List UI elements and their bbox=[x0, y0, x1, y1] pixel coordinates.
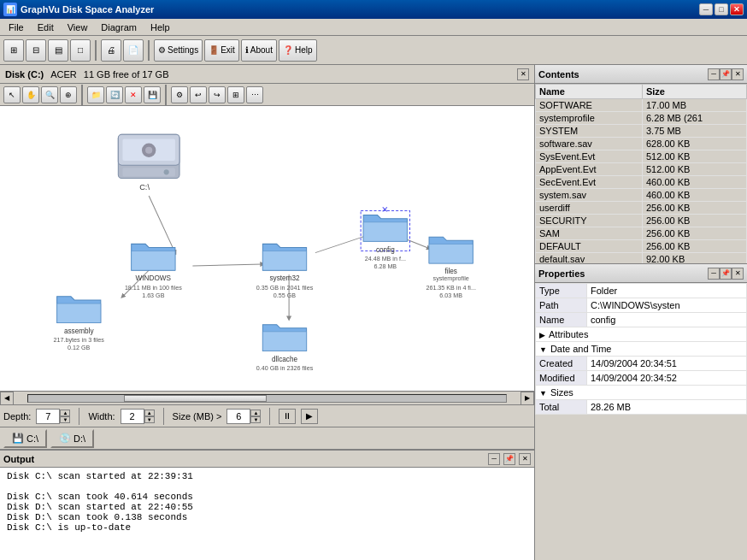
svg-text:system32: system32 bbox=[269, 274, 299, 282]
width-input[interactable] bbox=[121, 409, 144, 424]
drive-c-icon: 💾 bbox=[12, 433, 24, 444]
contents-col-size[interactable]: Size bbox=[642, 85, 746, 99]
table-row[interactable]: SAM256.00 KB bbox=[536, 227, 747, 240]
menu-edit[interactable]: Edit bbox=[31, 21, 61, 34]
depth-spinner[interactable]: ▲ ▼ bbox=[36, 409, 70, 424]
drive-bar: 💾 C:\ 💿 D:\ bbox=[0, 427, 534, 449]
contents-cell-size: 92.00 KB bbox=[642, 253, 746, 264]
props-row: Nameconfig bbox=[536, 313, 747, 327]
width-spinner[interactable]: ▲ ▼ bbox=[121, 409, 155, 424]
minimize-button[interactable]: ─ bbox=[699, 3, 713, 15]
drive-d-button[interactable]: 💿 D:\ bbox=[50, 429, 94, 448]
svg-text:18.11 MB in 100 files: 18.11 MB in 100 files bbox=[125, 285, 182, 292]
toolbar-view4[interactable]: □ bbox=[70, 39, 91, 62]
depth-input[interactable] bbox=[36, 409, 60, 424]
horizontal-scrollbar[interactable]: ◀ ▶ bbox=[0, 391, 534, 404]
graph-tool4[interactable]: ⊕ bbox=[60, 86, 77, 103]
graph-tool2[interactable]: ✋ bbox=[22, 86, 39, 103]
props-group-row[interactable]: ▼Date and Time bbox=[536, 342, 747, 357]
depth-up[interactable]: ▲ bbox=[60, 410, 70, 416]
output-close[interactable]: ✕ bbox=[519, 453, 531, 465]
props-close[interactable]: ✕ bbox=[732, 268, 744, 280]
graph-undo[interactable]: ↩ bbox=[190, 86, 207, 103]
settings-button[interactable]: ⚙ Settings bbox=[154, 39, 203, 62]
props-group-row[interactable]: ▼Sizes bbox=[536, 386, 747, 400]
props-group-row[interactable]: ▶Attributes bbox=[536, 327, 747, 342]
node-config[interactable]: config 24.48 MB in f... 6.28 MB bbox=[361, 210, 409, 270]
pause-button[interactable]: ⏸ bbox=[279, 409, 296, 424]
graph-redo[interactable]: ↪ bbox=[209, 86, 226, 103]
graph-layout[interactable]: ⊞ bbox=[227, 86, 244, 103]
table-row[interactable]: SECURITY256.00 KB bbox=[536, 215, 747, 227]
contents-pin[interactable]: 📌 bbox=[720, 68, 732, 80]
close-button[interactable]: ✕ bbox=[730, 3, 744, 15]
play-button[interactable]: ▶ bbox=[301, 409, 318, 424]
table-row[interactable]: userdiff256.00 KB bbox=[536, 202, 747, 215]
disk-panel-close[interactable]: ✕ bbox=[517, 68, 529, 80]
svg-text:config: config bbox=[376, 246, 395, 254]
size-spinner[interactable]: ▲ ▼ bbox=[226, 409, 261, 424]
scroll-track[interactable] bbox=[27, 394, 507, 403]
table-row[interactable]: default.sav92.00 KB bbox=[536, 253, 747, 264]
table-row[interactable]: systemprofile6.28 MB (261 bbox=[536, 112, 747, 125]
graph-scan[interactable]: 📁 bbox=[87, 86, 104, 103]
table-row[interactable]: SYSTEM3.75 MB bbox=[536, 125, 747, 138]
contents-minimize[interactable]: ─ bbox=[708, 68, 720, 80]
table-row[interactable]: AppEvent.Evt512.00 KB bbox=[536, 163, 747, 176]
drive-c-button[interactable]: 💾 C:\ bbox=[3, 429, 47, 448]
node-dllcache[interactable]: dllcache 0.40 GB in 2326 files bbox=[256, 325, 314, 372]
size-input[interactable] bbox=[226, 409, 250, 424]
graph-tool3[interactable]: 🔍 bbox=[41, 86, 58, 103]
toolbar-print[interactable]: 🖨 bbox=[101, 39, 121, 62]
graph-stop[interactable]: ✕ bbox=[125, 86, 142, 103]
graph-refresh[interactable]: 🔄 bbox=[106, 86, 123, 103]
output-panel: Output ─ 📌 ✕ Disk C:\ scan started at 22… bbox=[0, 449, 534, 560]
restore-button[interactable]: □ bbox=[715, 3, 728, 15]
props-label: Created bbox=[536, 357, 587, 371]
graph-area[interactable]: C:\ WINDOWS 18.11 MB in 100 files 1.63 G… bbox=[0, 106, 534, 391]
output-pin[interactable]: 📌 bbox=[503, 453, 515, 465]
width-up[interactable]: ▲ bbox=[144, 410, 155, 416]
drive-d-label: D:\ bbox=[74, 433, 85, 444]
width-down[interactable]: ▼ bbox=[144, 416, 155, 423]
toolbar-view3[interactable]: ▤ bbox=[48, 39, 68, 62]
graph-settings[interactable]: ⚙ bbox=[171, 86, 188, 103]
contents-scroll[interactable]: Name Size SOFTWARE17.00 MBsystemprofile6… bbox=[535, 84, 747, 263]
svg-text:WINDOWS: WINDOWS bbox=[136, 274, 172, 282]
table-row[interactable]: SOFTWARE17.00 MB bbox=[536, 99, 747, 112]
graph-more[interactable]: ⋯ bbox=[246, 86, 263, 103]
table-row[interactable]: software.sav628.00 KB bbox=[536, 138, 747, 150]
help-button[interactable]: ❓ Help bbox=[279, 39, 317, 62]
contents-cell-name: SAM bbox=[536, 227, 643, 240]
toolbar-view1[interactable]: ⊞ bbox=[3, 39, 24, 62]
menu-diagram[interactable]: Diagram bbox=[94, 21, 144, 34]
output-content[interactable]: Disk C:\ scan started at 22:39:31 Disk C… bbox=[0, 468, 534, 560]
scroll-right-arrow[interactable]: ▶ bbox=[521, 392, 534, 405]
toolbar-print2[interactable]: 📄 bbox=[123, 39, 144, 62]
settings-label: Settings bbox=[168, 45, 198, 55]
graph-tool1[interactable]: ↖ bbox=[3, 86, 21, 103]
scroll-thumb[interactable] bbox=[124, 395, 268, 402]
props-pin[interactable]: 📌 bbox=[720, 268, 732, 280]
table-row[interactable]: system.sav460.00 KB bbox=[536, 189, 747, 202]
contents-cell-name: SECURITY bbox=[536, 215, 643, 227]
menu-help[interactable]: Help bbox=[144, 21, 177, 34]
table-row[interactable]: SysEvent.Evt512.00 KB bbox=[536, 150, 747, 163]
contents-col-name[interactable]: Name bbox=[536, 85, 643, 99]
exit-button[interactable]: 🚪 Exit bbox=[204, 39, 239, 62]
size-up[interactable]: ▲ bbox=[250, 410, 261, 416]
table-row[interactable]: SecEvent.Evt460.00 KB bbox=[536, 176, 747, 189]
menu-file[interactable]: File bbox=[2, 21, 31, 34]
props-scroll[interactable]: TypeFolderPathC:\WINDOWS\systenNameconfi… bbox=[535, 283, 747, 560]
table-row[interactable]: DEFAULT256.00 KB bbox=[536, 240, 747, 253]
output-minimize[interactable]: ─ bbox=[488, 453, 500, 465]
about-button[interactable]: ℹ About bbox=[241, 39, 277, 62]
toolbar-view2[interactable]: ⊟ bbox=[26, 39, 46, 62]
scroll-left-arrow[interactable]: ◀ bbox=[0, 392, 14, 405]
props-minimize[interactable]: ─ bbox=[708, 268, 720, 280]
contents-close[interactable]: ✕ bbox=[732, 68, 744, 80]
size-down[interactable]: ▼ bbox=[250, 416, 261, 423]
menu-view[interactable]: View bbox=[61, 21, 95, 34]
depth-down[interactable]: ▼ bbox=[60, 416, 70, 423]
graph-export[interactable]: 💾 bbox=[144, 86, 161, 103]
